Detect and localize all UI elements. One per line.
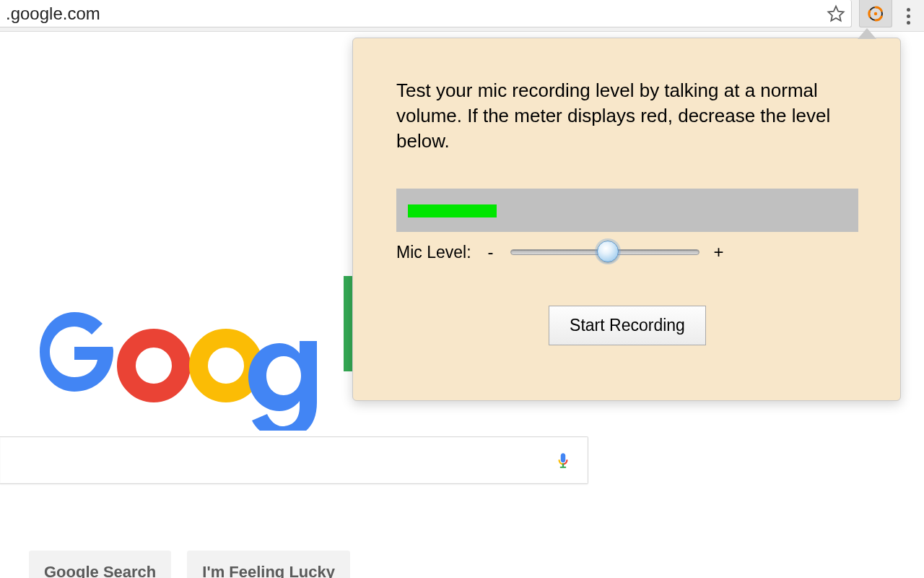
mic-level-row: Mic Level: - + — [396, 242, 858, 262]
browser-toolbar: .google.com — [0, 0, 924, 32]
svg-point-2 — [126, 338, 181, 393]
svg-point-1 — [874, 12, 877, 14]
mic-level-meter — [396, 189, 858, 232]
slider-thumb[interactable] — [597, 241, 619, 262]
feeling-lucky-button[interactable]: I'm Feeling Lucky — [187, 551, 350, 578]
voice-search-icon[interactable] — [553, 450, 573, 470]
browser-menu-button[interactable] — [892, 0, 924, 32]
kebab-menu-icon — [907, 8, 910, 25]
search-box[interactable] — [0, 436, 588, 484]
bookmark-star-icon[interactable] — [827, 4, 845, 23]
extension-popup: Test your mic recording level by talking… — [352, 38, 901, 401]
google-search-button[interactable]: Google Search — [29, 551, 171, 578]
mic-level-slider[interactable] — [510, 242, 699, 262]
address-text: .google.com — [6, 4, 821, 24]
mic-level-plus: + — [714, 242, 724, 262]
google-logo — [40, 279, 357, 431]
mic-level-label: Mic Level: — [396, 243, 471, 262]
address-bar[interactable]: .google.com — [0, 0, 852, 27]
search-buttons-row: Google Search I'm Feeling Lucky — [29, 551, 350, 578]
popup-arrow — [858, 29, 876, 39]
svg-point-3 — [199, 338, 253, 393]
extension-target-icon — [867, 5, 884, 22]
start-recording-button[interactable]: Start Recording — [549, 306, 706, 345]
popup-instructions: Test your mic recording level by talking… — [396, 78, 858, 154]
mic-level-meter-fill — [408, 204, 497, 217]
search-input[interactable] — [0, 437, 553, 483]
extension-button[interactable] — [859, 0, 892, 27]
mic-level-minus: - — [486, 242, 496, 262]
